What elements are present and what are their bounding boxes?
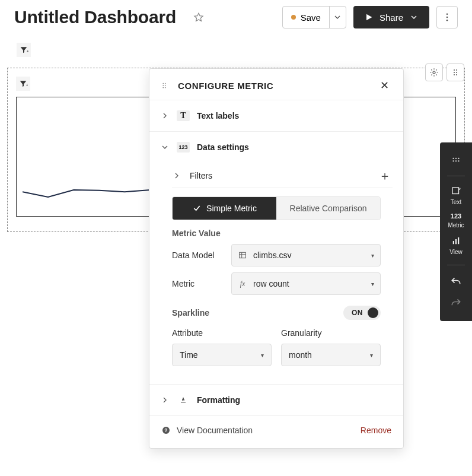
data-model-row: Data Model climbs.csv ▾ xyxy=(172,244,381,266)
close-panel-button[interactable]: ✕ xyxy=(376,77,393,94)
sparkline-state: ON xyxy=(352,309,363,317)
panel-header: CONFIGURE METRIC ✕ xyxy=(149,69,403,100)
dashboard-canvas: + + xyxy=(0,28,472,232)
favorite-button[interactable] xyxy=(188,7,209,28)
svg-text:+: + xyxy=(27,49,28,54)
text-icon: T xyxy=(177,110,190,121)
svg-rect-29 xyxy=(452,188,459,194)
metric-mode-toggle: Simple Metric Relative Comparison xyxy=(172,196,381,220)
grid-dots-icon xyxy=(451,154,461,165)
svg-rect-31 xyxy=(455,239,457,244)
header: Untitled Dashboard Save Share xyxy=(0,0,472,28)
data-model-value: climbs.csv xyxy=(253,250,365,260)
svg-point-24 xyxy=(455,158,457,159)
unsaved-indicator-icon xyxy=(291,15,296,20)
caret-down-icon xyxy=(333,12,342,22)
data-model-select[interactable]: climbs.csv ▾ xyxy=(231,244,381,266)
relative-comparison-label: Relative Comparison xyxy=(290,204,367,213)
star-icon xyxy=(193,12,204,23)
tile-container[interactable]: + xyxy=(7,68,465,232)
section-data-settings-header[interactable]: 123 Data settings xyxy=(160,139,393,156)
sparkline-toggle[interactable]: ON xyxy=(343,306,381,320)
relative-comparison-tab[interactable]: Relative Comparison xyxy=(276,197,380,220)
metric-select[interactable]: fx row count ▾ xyxy=(231,272,381,295)
add-view-label: View xyxy=(449,249,463,255)
svg-point-3 xyxy=(447,17,448,18)
drag-dots-icon xyxy=(451,68,460,77)
share-label: Share xyxy=(379,12,403,23)
filter-icon: + xyxy=(19,45,28,55)
metric-row: Metric fx row count ▾ xyxy=(172,272,381,295)
svg-point-25 xyxy=(458,158,459,159)
metric-value-block: Metric Value Data Model climbs.csv ▾ Met xyxy=(172,229,381,295)
page-title[interactable]: Untitled Dashboard xyxy=(14,7,176,27)
caret-down-icon: ▾ xyxy=(370,352,373,358)
add-text-button[interactable]: Text xyxy=(440,182,472,209)
save-button[interactable]: Save xyxy=(283,7,329,28)
svg-point-2 xyxy=(447,13,448,15)
add-filter-button[interactable]: ＋ xyxy=(377,168,393,183)
panel-drag-handle[interactable] xyxy=(160,81,168,90)
share-button[interactable]: Share xyxy=(353,6,429,28)
svg-point-19 xyxy=(165,87,166,88)
attribute-label: Attribute xyxy=(172,328,272,338)
remove-button[interactable]: Remove xyxy=(361,426,391,435)
sparkline-label: Sparkline xyxy=(172,308,343,318)
global-filter-button[interactable]: + xyxy=(17,43,31,57)
undo-button[interactable] xyxy=(440,271,472,293)
granularity-label: Granularity xyxy=(281,328,381,338)
svg-marker-0 xyxy=(194,13,203,21)
number-icon: 123 xyxy=(451,212,461,220)
doc-label: View Documentation xyxy=(177,426,253,435)
attribute-select[interactable]: Time ▾ xyxy=(172,344,272,366)
view-documentation-link[interactable]: ? View Documentation xyxy=(161,426,253,435)
save-button-group: Save xyxy=(282,6,346,28)
redo-icon xyxy=(450,297,462,309)
toolbar-divider xyxy=(447,265,465,265)
chevron-right-icon xyxy=(160,395,170,405)
save-dropdown-button[interactable] xyxy=(329,7,346,28)
section-label: Data settings xyxy=(197,142,249,152)
header-actions: Save Share xyxy=(282,6,458,28)
filters-subsection: Filters ＋ xyxy=(172,164,393,188)
formatting-icon xyxy=(177,395,190,405)
simple-metric-tab[interactable]: Simple Metric xyxy=(173,197,276,220)
section-data-settings: 123 Data settings Filters ＋ xyxy=(149,131,403,366)
attribute-granularity-row: Attribute Time ▾ Granularity month ▾ xyxy=(172,328,381,366)
svg-text:+: + xyxy=(26,82,28,88)
filters-row[interactable]: Filters ＋ xyxy=(172,164,393,188)
svg-point-16 xyxy=(162,85,164,86)
metric-value-heading: Metric Value xyxy=(172,229,381,238)
svg-point-14 xyxy=(162,83,164,84)
svg-marker-1 xyxy=(366,14,372,21)
svg-point-26 xyxy=(452,160,454,161)
chart-icon xyxy=(451,236,461,246)
tile-drag-handle[interactable] xyxy=(447,64,464,81)
add-metric-button[interactable]: 123 Metric xyxy=(440,209,472,232)
attribute-value: Time xyxy=(180,350,255,360)
add-view-button[interactable]: View xyxy=(440,232,472,259)
more-actions-button[interactable] xyxy=(436,6,458,28)
tile-settings-button[interactable] xyxy=(425,64,443,81)
tile-filter-button[interactable]: + xyxy=(16,77,30,91)
drag-dots-icon xyxy=(160,81,168,90)
svg-point-28 xyxy=(458,160,459,161)
grid-tool-button[interactable] xyxy=(440,150,472,170)
kebab-icon xyxy=(442,12,452,23)
add-text-label: Text xyxy=(451,199,461,205)
granularity-select[interactable]: month ▾ xyxy=(281,344,381,366)
section-formatting[interactable]: Formatting xyxy=(149,384,403,415)
caret-down-icon: ▾ xyxy=(371,281,374,287)
redo-button[interactable] xyxy=(440,293,472,314)
simple-metric-label: Simple Metric xyxy=(206,204,257,213)
filters-label: Filters xyxy=(190,171,369,180)
svg-point-4 xyxy=(447,20,448,21)
svg-point-17 xyxy=(165,85,166,86)
section-text-labels[interactable]: T Text labels xyxy=(149,100,403,131)
section-label: Formatting xyxy=(197,395,240,405)
svg-point-18 xyxy=(162,87,164,88)
sparkline-row: Sparkline ON xyxy=(172,306,381,320)
chevron-right-icon xyxy=(160,111,170,120)
svg-text:?: ? xyxy=(164,427,167,433)
svg-point-10 xyxy=(454,72,455,73)
